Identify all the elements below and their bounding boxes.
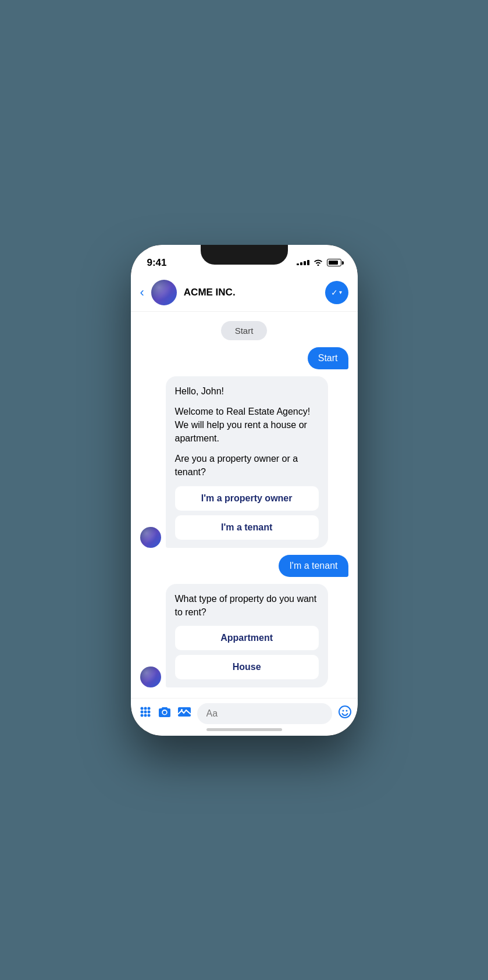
bot-avatar-1 [140,527,161,548]
bot-message-2: What type of property do you want to ren… [140,584,348,687]
status-time: 9:41 [147,257,167,269]
svg-point-6 [140,714,143,717]
bot-text-question: Are you a property owner or a tenant? [175,452,319,479]
phone-frame: 9:41 [131,245,358,736]
start-label-container: Start [140,321,348,340]
svg-point-10 [181,709,183,711]
message-input[interactable] [197,703,332,724]
svg-point-2 [147,707,150,710]
user-bubble-1: Start [308,347,348,369]
svg-point-7 [144,714,147,717]
phone-notch [201,245,288,265]
emoji-icon[interactable] [338,705,352,722]
chat-title: ACME INC. [184,287,325,298]
battery-icon [327,259,341,266]
svg-point-3 [140,710,143,713]
grid-icon[interactable] [139,705,152,722]
svg-point-12 [342,710,344,711]
chat-area: Start Start Hello, John! Welcome to Real… [131,312,358,698]
action-button[interactable]: ✓ ▾ [325,281,348,304]
phone-screen: 9:41 [131,245,358,736]
home-indicator [206,728,282,731]
bot-avatar-2 [140,667,161,687]
svg-point-5 [147,710,150,713]
bot-message-1: Hello, John! Welcome to Real Estate Agen… [140,376,348,548]
quick-reply-house[interactable]: House [175,655,319,679]
quick-reply-property-owner[interactable]: I'm a property owner [175,486,319,511]
bot-text-property-type: What type of property do you want to ren… [175,592,319,619]
quick-reply-apartment[interactable]: Appartment [175,626,319,650]
bot-bubble-2: What type of property do you want to ren… [166,584,328,687]
quick-replies-1: I'm a property owner I'm a tenant [175,486,319,540]
signal-icon [297,260,309,265]
back-button[interactable]: ‹ [140,285,144,300]
svg-point-13 [345,710,347,711]
svg-point-1 [144,707,147,710]
quick-replies-2: Appartment House [175,626,319,679]
svg-point-8 [147,714,150,717]
user-message-2: I'm a tenant [140,555,348,577]
user-message-1: Start [140,347,348,369]
quick-reply-tenant-1[interactable]: I'm a tenant [175,515,319,540]
bot-text-hello: Hello, John! [175,384,319,398]
svg-point-4 [144,710,147,713]
bot-text-welcome: Welcome to Real Estate Agency! We will h… [175,405,319,446]
user-bubble-2: I'm a tenant [279,555,348,577]
image-icon[interactable] [177,706,191,721]
start-label: Start [221,321,268,340]
camera-icon[interactable] [158,706,172,721]
wifi-icon [313,258,323,268]
status-icons [297,258,341,268]
svg-point-0 [140,707,143,710]
chat-header: ‹ ACME INC. ✓ ▾ [131,275,358,312]
bot-bubble-1: Hello, John! Welcome to Real Estate Agen… [166,376,328,548]
chevron-down-icon: ▾ [339,289,342,295]
avatar [151,280,177,305]
checkmark-icon: ✓ [331,288,338,297]
